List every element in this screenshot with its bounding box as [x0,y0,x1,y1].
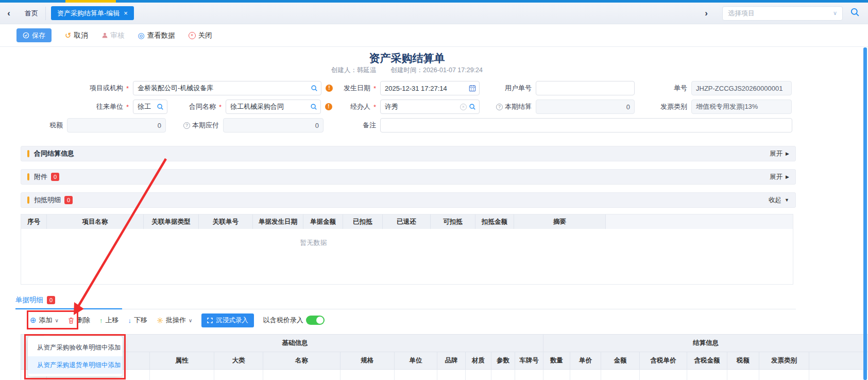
audit-button[interactable]: 审核 [101,31,125,40]
col-header: 已退还 [383,214,431,229]
clear-icon[interactable]: × [460,104,467,110]
section-contract-settle-info[interactable]: 合同结算信息 展开▶ [21,146,796,161]
created-time: 2026-01-07 17:29:24 [423,67,483,74]
section-title: 合同结算信息 [34,149,74,158]
col-header: 单价 [570,352,601,370]
tax-input: 0 [67,118,166,133]
move-up-button[interactable]: ↑ 上移 [99,316,119,325]
batch-operation-button[interactable]: 批操作 ∨ [157,316,192,325]
arrow-down-icon: ↓ [128,317,131,324]
tax-price-toggle[interactable] [306,316,325,325]
toggle-knob [316,317,324,324]
gear-icon [157,317,163,324]
immersive-entry-button[interactable]: 沉浸式录入 [201,313,254,327]
date-input[interactable]: 2025-12-31 17:27:14 [380,81,480,95]
col-header: 项目名称 [47,214,144,229]
section-marker [27,196,29,204]
fullscreen-icon [207,318,213,323]
detail-toolbar: ⊕ 添加 ∨ 删除 ↑ 上移 ↓ 下移 批操作 ∨ 沉浸式录入 以含税价录入 [30,311,325,329]
col-header-filler [809,352,868,370]
section-marker [27,173,29,180]
remark-label: 备注 [330,121,380,130]
contract-input[interactable]: 徐工机械采购合同 [226,100,321,114]
invoice-input: 增值税专用发票|13% [691,100,792,114]
search-icon[interactable] [310,103,317,110]
user-no-label: 用户单号 [489,84,536,93]
col-header: 可扣抵 [431,214,475,229]
vendor-input[interactable]: 徐工 [133,100,167,114]
vertical-scrollbar[interactable] [863,47,867,380]
arrow-up-icon: ↑ [99,317,103,324]
tab-doc-detail[interactable]: 单据明细 0 [15,295,55,305]
tax-price-toggle-group: 以含税价录入 [263,316,325,325]
back-chevron-icon[interactable]: ‹ [0,8,18,19]
col-header: 参数 [491,352,515,370]
save-button[interactable]: 保存 [16,28,52,42]
move-down-button[interactable]: ↓ 下移 [128,316,147,325]
expand-toggle[interactable]: 展开▶ [770,150,789,158]
forward-chevron-icon[interactable]: › [697,8,715,19]
section-marker [27,150,29,157]
col-header: 已扣抵 [343,214,383,229]
creator-label: 创建人： [331,67,357,74]
plus-circle-icon: ⊕ [30,316,37,325]
triangle-down-icon: ▼ [785,197,789,203]
project-input[interactable]: 金桥装配公司-机械设备库 [133,81,321,95]
col-header: 含税金额 [687,352,727,370]
project-select[interactable]: 选择项目 ∨ [722,6,843,21]
user-no-input[interactable] [536,81,635,95]
tab-active-settlement-edit[interactable]: 资产采购结算单-编辑 × [51,6,134,20]
empty-data-text: 暂无数据 [21,238,606,247]
tab-home[interactable]: 首页 [18,7,46,20]
chevron-down-icon: ∨ [833,10,837,16]
search-icon[interactable] [157,103,164,110]
settle-input: 0 [536,100,635,114]
undo-icon: ↺ [65,31,72,40]
section-deduction-detail[interactable]: 扣抵明细 0 收起▼ [21,192,796,208]
count-badge: 0 [47,296,55,304]
agent-input[interactable]: 许秀 × [380,100,480,114]
invoice-field: 发票类别 增值税专用发票|13% [644,100,792,114]
menu-item-add-from-acceptance[interactable]: 从资产采购验收单明细中添加 [28,339,123,356]
doc-no-label: 单号 [646,84,691,93]
col-header: 材质 [466,352,491,370]
col-header: 摘要 [514,214,606,229]
project-field: 项目或机构 金桥装配公司-机械设备库 ! [52,81,333,95]
section-attachments[interactable]: 附件 0 展开▶ [21,169,796,185]
payable-input: 0 [223,118,324,133]
col-header: 扣抵金额 [475,214,514,229]
tab-divider [15,309,796,309]
triangle-right-icon: ▶ [786,151,789,156]
col-header: 金额 [601,352,640,370]
contract-label: 合同名称 [165,102,226,111]
tab-bar: ‹ 首页 资产采购结算单-编辑 × › 选择项目 ∨ [0,3,868,24]
col-header: 单据发生日期 [253,214,303,229]
close-button[interactable]: × 关闭 [189,31,212,40]
help-icon: ? [183,122,190,129]
calendar-icon[interactable] [469,85,476,92]
col-header: 单据金额 [303,214,343,229]
check-circle-icon [23,32,29,39]
add-button[interactable]: ⊕ 添加 ∨ [30,316,59,325]
trash-icon [68,317,74,324]
invoice-label: 发票类别 [644,102,691,111]
section-title: 扣抵明细 [34,195,61,205]
triangle-right-icon: ▶ [786,174,789,179]
menu-item-add-from-return[interactable]: 从资产采购退货单明细中添加 [28,356,123,374]
collapse-toggle[interactable]: 收起▼ [769,196,789,205]
table-row [21,370,868,380]
search-icon[interactable] [311,85,318,92]
cancel-button[interactable]: ↺ 取消 [65,31,88,40]
view-data-button[interactable]: ◎ 查看数据 [138,31,175,40]
search-icon[interactable] [850,7,860,19]
tab-close-icon[interactable]: × [124,9,128,17]
delete-button[interactable]: 删除 [68,316,90,325]
expand-toggle[interactable]: 展开▶ [770,173,789,181]
deduction-table-header: 序号 项目名称 关联单据类型 关联单号 单据发生日期 单据金额 已扣抵 已退还 … [21,214,793,229]
add-dropdown-menu: 从资产采购验收单明细中添加 从资产采购退货单明细中添加 [28,336,123,376]
col-header: 单位 [395,352,437,370]
remark-input[interactable] [380,118,792,133]
col-header: 数量 [543,352,570,370]
search-icon[interactable] [469,103,476,110]
date-label: 发生日期 [330,84,380,93]
